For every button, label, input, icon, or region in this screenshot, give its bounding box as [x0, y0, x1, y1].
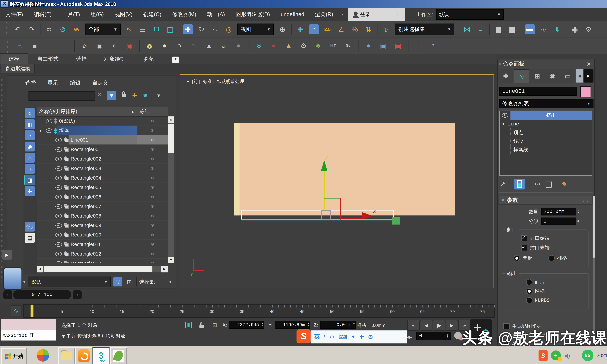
- ime-lang-toggle[interactable]: 英: [314, 333, 320, 340]
- segments-field[interactable]: 1: [541, 218, 576, 225]
- volume-icon[interactable]: ◀): [564, 352, 570, 358]
- add-objects-icon[interactable]: ✚: [130, 91, 139, 100]
- separator[interactable]: [489, 24, 490, 35]
- separator[interactable]: [458, 24, 458, 35]
- separator[interactable]: [566, 24, 566, 35]
- ime-user-icon[interactable]: ✦: [351, 334, 356, 340]
- start-button[interactable]: 开始: [1, 348, 27, 364]
- toolbar-drag-handle[interactable]: [7, 39, 8, 53]
- scene-row-Rectangle009[interactable]: Rectangle009❄: [37, 221, 168, 230]
- modifier-extrude-row[interactable]: 挤出: [500, 111, 592, 120]
- panel-drag-handle[interactable]: [499, 61, 501, 67]
- horizontal-scrollbar[interactable]: ◀▶: [37, 266, 168, 273]
- scene-row-Rectangle008[interactable]: Rectangle008❄: [37, 211, 168, 221]
- filter-space-warps-icon[interactable]: ≋: [25, 164, 35, 174]
- ime-emoji-icon[interactable]: ☺: [329, 334, 335, 340]
- selection-filter-select[interactable]: 全部▼: [85, 24, 121, 35]
- vertical-scrollbar[interactable]: ▲▼: [168, 116, 174, 263]
- tab-hierarchy[interactable]: ⊞: [530, 69, 545, 83]
- gold-teapot-icon[interactable]: ♨: [189, 41, 199, 51]
- separator[interactable]: [377, 24, 377, 35]
- next-frame-icon[interactable]: ▶: [446, 320, 458, 330]
- scene-row-Line001[interactable]: Line001❄: [37, 135, 168, 145]
- 3dsmax-task-button[interactable]: 3MAX: [92, 347, 110, 364]
- scene-row-Rectangle010[interactable]: Rectangle010❄: [37, 230, 168, 240]
- menu-item[interactable]: 渲染(R): [310, 11, 339, 17]
- percent-snap-icon[interactable]: %: [350, 24, 360, 34]
- scene-explorer-menu-item[interactable]: 选择: [25, 79, 36, 87]
- bind-to-space-warp-icon[interactable]: ≋: [71, 24, 81, 34]
- absolute-offset-icon[interactable]: ⊡: [210, 320, 219, 329]
- select-and-rotate-icon[interactable]: ↻: [197, 24, 207, 34]
- visibility-eye-icon[interactable]: [25, 222, 35, 232]
- battery-percent-badge[interactable]: 65: [582, 350, 593, 361]
- sphere-light-icon[interactable]: ●: [159, 41, 169, 51]
- patch-radio[interactable]: [526, 279, 532, 285]
- ribbon-tab-populate[interactable]: 填充: [135, 54, 162, 64]
- scene-row-Rectangle013[interactable]: Rectangle013❄: [37, 259, 168, 263]
- gizmo-y-axis[interactable]: [324, 171, 325, 211]
- quick-launch-icon[interactable]: [36, 348, 50, 363]
- filter-helpers-icon[interactable]: △: [25, 153, 35, 163]
- toolbar-drag-handle[interactable]: [6, 22, 8, 36]
- scene-row-Rectangle004[interactable]: Rectangle004❄: [37, 173, 168, 183]
- tab-display[interactable]: ▭: [560, 69, 575, 83]
- light-lister-icon[interactable]: ☼: [80, 41, 90, 51]
- wall-shape[interactable]: [234, 123, 455, 216]
- undo-icon[interactable]: ↶: [13, 24, 23, 34]
- filter-cameras-icon[interactable]: ◉: [25, 142, 35, 152]
- ribbon-tab-modeling[interactable]: 建模: [0, 53, 28, 65]
- show-end-result-button[interactable]: [514, 179, 525, 189]
- close-panel-icon[interactable]: ✕: [586, 61, 591, 67]
- keyboard-override-icon[interactable]: ↑: [309, 24, 319, 34]
- reference-coordsys-select[interactable]: 视图▼: [238, 24, 274, 35]
- separator[interactable]: [408, 40, 409, 52]
- redo-icon[interactable]: ↷: [26, 24, 36, 34]
- named-selection-set-select[interactable]: 创建选择集▼: [395, 24, 454, 35]
- file-explorer-task-button[interactable]: [58, 347, 75, 364]
- title-bar[interactable]: 3 卧室效果图设计.max - Autodesk 3ds Max 2018 – …: [0, 0, 607, 8]
- current-frame-field[interactable]: 0▲▼: [416, 332, 451, 340]
- scene-explorer-menu-item[interactable]: 编辑: [70, 79, 80, 87]
- select-and-link-icon[interactable]: ∞: [44, 24, 54, 34]
- tab-modify[interactable]: ∿: [514, 69, 529, 83]
- cap-start-checkbox[interactable]: [521, 235, 527, 241]
- subobject-spline-row[interactable]: 样条线: [500, 146, 592, 154]
- ime-skin-icon[interactable]: ✚: [359, 334, 364, 340]
- menu-item[interactable]: 修改器(M): [167, 11, 201, 17]
- go-to-start-icon[interactable]: «: [407, 320, 420, 330]
- select-object-icon[interactable]: ↖: [124, 24, 134, 34]
- separator[interactable]: [139, 40, 140, 52]
- viewport-label[interactable]: [+] [前 ] [标准 ] [默认明暗处理 ]: [185, 78, 247, 85]
- selection-lock-icon[interactable]: [197, 320, 206, 329]
- grid-radio[interactable]: [549, 255, 555, 261]
- material-editor-icon[interactable]: ◉: [570, 24, 580, 34]
- edit-named-selection-sets-icon[interactable]: {}: [381, 24, 391, 34]
- curve-editor-icon[interactable]: ∿: [539, 24, 549, 34]
- select-by-name-icon[interactable]: ☰: [138, 24, 148, 34]
- configure-modifier-sets-icon[interactable]: ✎: [560, 179, 568, 189]
- scene-row-Rectangle007[interactable]: Rectangle007❄: [37, 202, 168, 211]
- sphere-icon[interactable]: ●: [269, 41, 279, 51]
- toggle-layer-explorer-icon[interactable]: ▦: [507, 24, 517, 34]
- display-filter-icon[interactable]: ▼: [107, 91, 116, 100]
- use-pivot-center-icon[interactable]: ⊕: [277, 24, 288, 34]
- ime-mode-icon[interactable]: ’: [324, 334, 325, 340]
- name-column-header[interactable]: 名称(按升序排序): [37, 108, 77, 115]
- clock-date[interactable]: 2021/3/26: [596, 353, 607, 358]
- nurbs-radio[interactable]: [526, 297, 532, 303]
- filter-display-all-icon[interactable]: ○: [25, 108, 35, 118]
- rendered-frame-window-icon[interactable]: ▣: [30, 41, 40, 51]
- camera-icon[interactable]: ◉: [94, 41, 105, 51]
- menu-item[interactable]: 组(G): [85, 11, 109, 17]
- separator[interactable]: [358, 40, 358, 52]
- object-name-field[interactable]: Line001: [499, 87, 577, 96]
- ime-settings-icon[interactable]: ⚙: [368, 334, 373, 340]
- particle-snow-icon[interactable]: ❄: [254, 41, 264, 51]
- filter-bones-icon[interactable]: ✚: [25, 186, 35, 196]
- mini-curve-editor-icon[interactable]: ∿: [11, 305, 21, 316]
- scene-explorer-menu-item[interactable]: 显示: [47, 79, 58, 87]
- scene-row-墙体[interactable]: ▼◆墙体❄: [37, 126, 168, 135]
- filter-shapes-icon[interactable]: ◧: [25, 119, 35, 129]
- viewport[interactable]: [+] [前 ] [标准 ] [默认明暗处理 ] y x y: [180, 74, 494, 288]
